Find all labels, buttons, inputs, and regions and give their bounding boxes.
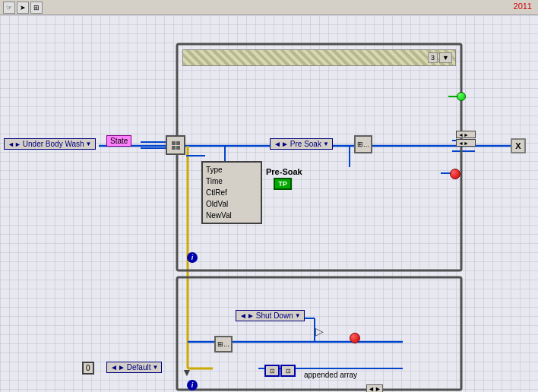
pre-soak-label: Pre Soak — [290, 140, 321, 148]
green-led-top — [457, 92, 466, 101]
number-box[interactable]: 0 — [82, 362, 94, 375]
arrow-left-icon: ◄► — [8, 141, 21, 148]
row-ctlref: CtlRef — [204, 187, 259, 198]
svg-rect-24 — [177, 44, 461, 270]
info-icon-top: i — [187, 252, 198, 263]
btn-dropdown[interactable]: ▼ — [439, 52, 452, 63]
down-arrow-indicator: ▼ — [182, 366, 192, 378]
default-arrow-left: ◄► — [110, 363, 125, 371]
main-canvas: 3 ▼ ◄► Under Body Wash ▼ State ◄► Pre So… — [0, 15, 538, 392]
state-node: State — [106, 135, 131, 147]
red-led-top — [450, 169, 460, 179]
pre-soak-node[interactable]: ◄► Pre Soak ▼ — [270, 138, 333, 150]
shut-down-node[interactable]: ◄► Shut Down ▼ — [236, 310, 305, 321]
red-led-bottom — [350, 333, 360, 343]
expand-node-top[interactable]: ⊞... — [354, 135, 372, 153]
year-label: 2011 — [514, 2, 532, 11]
shut-down-dropdown[interactable]: ▼ — [295, 312, 301, 319]
info-icon-bottom: i — [187, 380, 198, 390]
shut-down-label: Shut Down — [256, 311, 293, 320]
btn-3[interactable]: 3 — [428, 52, 438, 63]
expand-bottom-right[interactable]: ◄► — [366, 384, 383, 392]
pre-soak-big-label: Pre-Soak — [266, 167, 302, 176]
toolbar: ☞ ➤ ⊞ — [3, 2, 43, 14]
row-type: Type — [204, 164, 259, 175]
array-boxes-bottom: ⊡ ⊡ — [264, 365, 296, 377]
frame-top-header: 3 ▼ — [182, 49, 456, 66]
default-dropdown[interactable]: ▼ — [152, 364, 158, 371]
wire-layer — [0, 15, 538, 392]
default-node[interactable]: ◄► Default ▼ — [106, 362, 162, 373]
cluster-left-icon — [166, 135, 185, 155]
pre-soak-dropdown[interactable]: ▼ — [323, 141, 329, 147]
arrow-icon[interactable]: ➤ — [17, 2, 29, 14]
info-label: i — [191, 254, 194, 261]
expand-icon-bottom: ⊞... — [217, 340, 229, 348]
bundle-output-top: ◄► ◄► — [456, 131, 476, 147]
under-body-wash-label: Under Body Wash — [23, 140, 84, 148]
camera-icon[interactable]: ⊞ — [30, 2, 43, 14]
row-oldval: OldVal — [204, 198, 259, 210]
arrow-triangle-bottom: ▷ — [315, 325, 324, 337]
title-bar: ☞ ➤ ⊞ 2011 — [0, 0, 538, 15]
expand-icon: ⊞... — [357, 141, 369, 148]
row-newval: NewVal — [204, 210, 259, 221]
shut-down-arrow-left: ◄► — [239, 311, 255, 320]
under-body-wash-node[interactable]: ◄► Under Body Wash ▼ — [4, 138, 96, 150]
dropdown-arrow[interactable]: ▼ — [86, 141, 92, 147]
expand-node-bottom[interactable]: ⊞... — [214, 336, 233, 352]
x-icon: X — [515, 141, 521, 150]
cluster-table: Type Time CtlRef OldVal NewVal — [201, 161, 262, 224]
appended-array-label: appended array — [304, 371, 357, 379]
info-label-bottom: i — [191, 381, 194, 389]
pre-soak-arrow-left: ◄► — [274, 140, 289, 148]
tp-box: TP — [274, 178, 292, 190]
default-label: Default — [127, 363, 151, 371]
x-button[interactable]: X — [511, 138, 526, 153]
num-box-value: 0 — [86, 364, 90, 372]
pointer-icon[interactable]: ☞ — [3, 2, 15, 14]
row-time: Time — [204, 175, 259, 187]
tp-label: TP — [278, 180, 287, 188]
state-label: State — [110, 137, 128, 145]
